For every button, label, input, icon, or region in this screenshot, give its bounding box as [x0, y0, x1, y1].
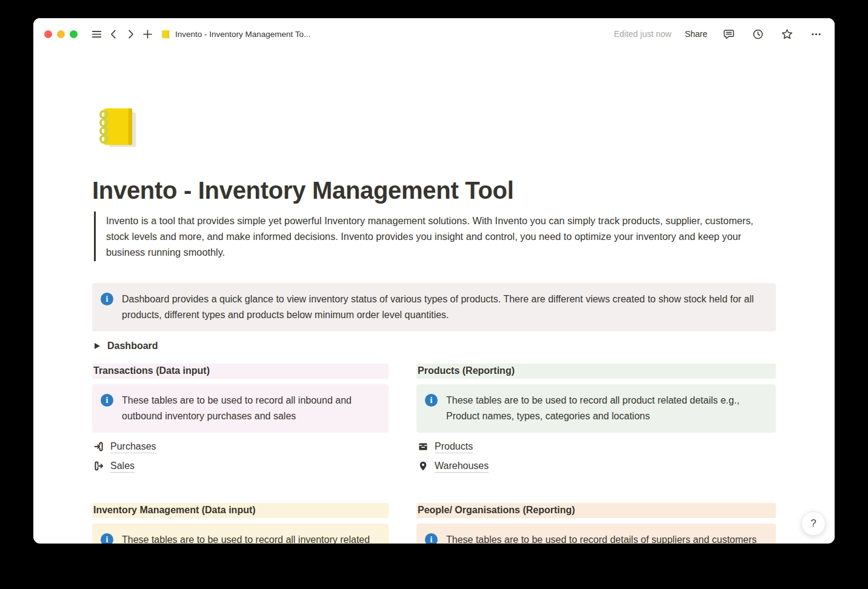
transactions-links: Purchases Sales: [92, 440, 389, 473]
products-callout: i These tables are to be used to record …: [416, 384, 776, 433]
people-callout-text: These tables are to be used to record de…: [446, 532, 756, 544]
page-title: Invento - Inventory Management Tool: [92, 176, 776, 205]
dashboard-callout-text: Dashboard provides a quick glance to vie…: [122, 291, 766, 323]
dashboard-callout: i Dashboard provides a quick glance to v…: [92, 283, 776, 331]
page-link-purchases[interactable]: Purchases: [93, 440, 389, 453]
minimize-window-button[interactable]: [57, 30, 65, 38]
info-icon: i: [425, 533, 438, 544]
products-section: Products (Reporting) i These tables are …: [416, 364, 776, 479]
products-callout-text: These tables are to be used to record al…: [446, 393, 766, 424]
transactions-callout: i These tables are to be used to record …: [92, 384, 389, 433]
chevron-left-icon: [108, 28, 119, 40]
link-label: Products: [435, 440, 473, 453]
hamburger-icon: [91, 28, 102, 40]
columns-row-2: Inventory Management (Data input) i Thes…: [92, 503, 776, 544]
location-pin-icon: [418, 461, 429, 471]
tab-title: Invento - Inventory Management To...: [175, 30, 310, 39]
products-links: Products Warehouses: [416, 440, 776, 473]
titlebar: Invento - Inventory Management To... Edi…: [33, 18, 835, 50]
people-callout: i These tables are to be used to record …: [416, 524, 776, 544]
info-icon: i: [101, 394, 113, 407]
updates-button[interactable]: [750, 26, 766, 42]
page-content: Invento - Inventory Management Tool Inve…: [33, 50, 835, 544]
comment-icon: [723, 28, 735, 40]
products-heading: Products (Reporting): [416, 364, 776, 379]
link-label: Warehouses: [435, 459, 489, 473]
notebook-icon: [160, 29, 170, 39]
plus-icon: [142, 28, 153, 40]
inventory-callout-text: These tables are to be used to record al…: [122, 532, 379, 544]
inventory-heading: Inventory Management (Data input): [92, 503, 389, 518]
sidebar-menu-button[interactable]: [88, 26, 104, 42]
transactions-callout-text: These tables are to be used to record al…: [122, 393, 379, 424]
transactions-heading: Transactions (Data input): [92, 364, 389, 379]
sign-in-icon: [93, 441, 104, 452]
ellipsis-icon: [810, 28, 822, 40]
clock-icon: [752, 28, 764, 40]
link-label: Sales: [110, 459, 135, 473]
favorite-button[interactable]: [779, 26, 795, 42]
share-button[interactable]: Share: [685, 29, 707, 39]
titlebar-actions: Edited just now Share: [614, 26, 824, 42]
notebook-icon: [92, 103, 139, 150]
people-section: People/ Organisations (Reporting) i Thes…: [416, 503, 776, 544]
forward-button[interactable]: [122, 26, 138, 42]
comments-button[interactable]: [721, 26, 736, 42]
inventory-section: Inventory Management (Data input) i Thes…: [92, 503, 389, 544]
active-tab[interactable]: Invento - Inventory Management To...: [160, 29, 310, 39]
intro-quote-block: Invento is a tool that provides simple y…: [94, 211, 766, 261]
archive-box-icon: [418, 441, 429, 452]
chevron-right-icon: [125, 28, 136, 40]
transactions-section: Transactions (Data input) i These tables…: [92, 364, 389, 479]
nav-controls: [88, 26, 155, 42]
page-icon-notebook[interactable]: [92, 103, 139, 150]
people-heading: People/ Organisations (Reporting): [416, 503, 776, 518]
help-button[interactable]: ?: [801, 511, 826, 536]
info-icon: i: [425, 394, 438, 407]
back-button[interactable]: [105, 26, 121, 42]
sign-out-icon: [93, 461, 104, 471]
columns-row-1: Transactions (Data input) i These tables…: [92, 364, 776, 479]
more-options-button[interactable]: [808, 26, 824, 42]
new-tab-button[interactable]: [139, 26, 155, 42]
toggle-triangle-icon: [95, 343, 100, 349]
info-icon: i: [101, 293, 113, 305]
page-link-sales[interactable]: Sales: [93, 459, 389, 473]
window-controls: [44, 30, 78, 38]
info-icon: i: [101, 533, 113, 544]
app-window: Invento - Inventory Management To... Edi…: [33, 18, 835, 544]
page-link-products[interactable]: Products: [418, 440, 776, 453]
page-link-warehouses[interactable]: Warehouses: [418, 459, 776, 473]
link-label: Purchases: [110, 440, 156, 453]
edited-status: Edited just now: [614, 29, 672, 39]
desktop-background: Invento - Inventory Management To... Edi…: [0, 0, 868, 589]
inventory-callout: i These tables are to be used to record …: [92, 524, 389, 544]
close-window-button[interactable]: [44, 30, 52, 38]
zoom-window-button[interactable]: [70, 30, 78, 38]
dashboard-toggle-label: Dashboard: [107, 341, 158, 351]
dashboard-toggle[interactable]: Dashboard: [95, 339, 776, 353]
star-icon: [781, 28, 793, 40]
